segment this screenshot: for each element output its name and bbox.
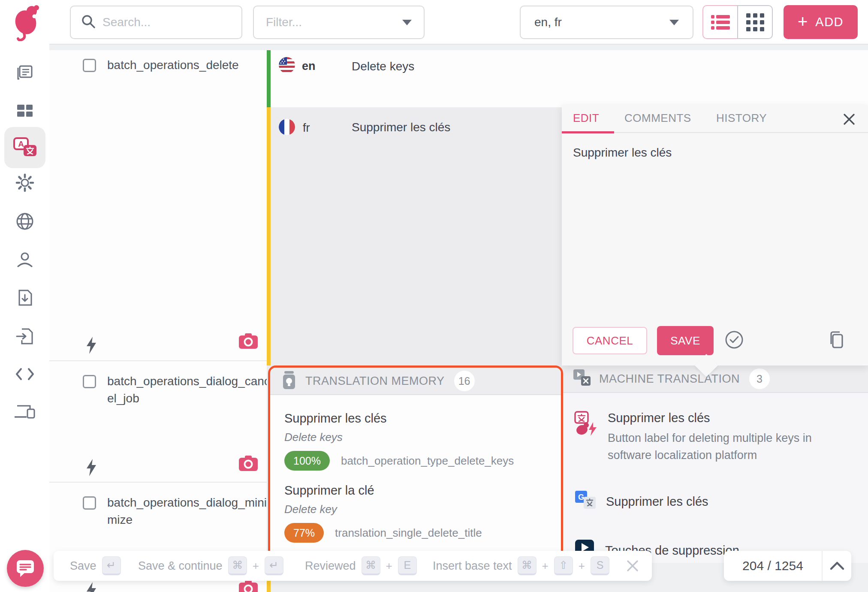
active-tab-underline	[562, 131, 614, 133]
chevron-up-icon[interactable]	[823, 551, 851, 581]
filter-dropdown[interactable]: Filter...	[253, 6, 425, 39]
key-name[interactable]: batch_operations_dialog_cancel_job	[107, 373, 270, 407]
sidebar-item-contributors[interactable]	[9, 245, 40, 275]
google-translate-icon: G	[574, 490, 597, 513]
languages-dropdown[interactable]: en, fr	[520, 6, 693, 39]
grid-view-button[interactable]	[737, 5, 773, 39]
translation-memory-icon	[280, 370, 298, 392]
chat-support-button[interactable]	[7, 550, 44, 587]
gear-icon	[15, 173, 35, 193]
documents-icon	[15, 63, 34, 82]
key-checkbox[interactable]	[83, 375, 96, 388]
enter-keycap: ↵	[102, 556, 121, 575]
mt-suggestion-description: Button label for deleting multiple keys …	[608, 429, 826, 464]
s-keycap: S	[591, 556, 609, 575]
camera-icon[interactable]	[239, 456, 258, 473]
key-checkbox[interactable]	[83, 496, 96, 510]
sidebar-item-developer[interactable]	[9, 359, 40, 390]
machine-translation-count: 3	[749, 368, 770, 389]
close-icon[interactable]	[624, 557, 642, 575]
camera-icon[interactable]	[239, 333, 258, 350]
cmd-keycap: ⌘	[362, 556, 380, 575]
language-code: en	[302, 60, 316, 73]
status-strip-green	[267, 50, 271, 107]
mt-entry-lokalise-ai[interactable]: Supprimer les clés Button label for dele…	[574, 411, 826, 464]
lokalise-logo[interactable]	[9, 2, 44, 41]
mt-suggestion-text: Supprimer les clés	[606, 495, 708, 509]
tab-history[interactable]: HISTORY	[716, 112, 767, 125]
editor-tabs: EDIT COMMENTS HISTORY	[562, 105, 868, 133]
e-keycap: E	[398, 556, 417, 575]
cancel-button[interactable]: CANCEL	[573, 327, 647, 354]
sidebar-item-dashboard[interactable]	[9, 95, 40, 126]
reviewed-action[interactable]: Reviewed ⌘ + E	[305, 556, 417, 575]
sidebar-item-settings[interactable]	[9, 167, 40, 198]
filter-placeholder: Filter...	[266, 15, 302, 29]
sidebar-item-languages[interactable]	[9, 206, 40, 237]
sidebar-item-apps[interactable]	[9, 396, 40, 427]
translation-memory-title: TRANSLATION MEMORY	[305, 375, 445, 388]
grid-view-icon	[746, 13, 764, 31]
sidebar: A	[0, 45, 49, 592]
list-view-icon	[711, 14, 730, 30]
machine-translation-title: MACHINE TRANSLATION	[599, 372, 740, 386]
chevron-down-icon	[402, 20, 412, 25]
translation-text-fr[interactable]: Supprimer les clés	[352, 121, 450, 134]
sidebar-item-download[interactable]	[9, 282, 40, 313]
lokalise-ai-icon	[574, 411, 598, 464]
mt-suggestion-text: Supprimer les clés	[608, 411, 826, 425]
mt-entry-google-translate[interactable]: G Supprimer les clés	[574, 490, 708, 513]
mark-reviewed-icon[interactable]	[724, 329, 744, 352]
translation-text-en[interactable]: Delete keys	[352, 60, 414, 73]
devices-icon	[14, 403, 36, 420]
sidebar-item-upload[interactable]	[9, 321, 40, 352]
tm-entry[interactable]: Supprimer les clés Delete keys 100% batc…	[284, 411, 514, 471]
app-root: Filter... en, fr + ADD	[0, 0, 868, 592]
translate-icon: A	[12, 136, 37, 159]
camera-icon[interactable]	[239, 580, 258, 592]
key-list: batch_operations_delete batch_operations…	[49, 50, 267, 592]
globe-icon	[15, 211, 35, 231]
search-input[interactable]	[102, 15, 231, 29]
save-action[interactable]: Save ↵	[70, 556, 121, 575]
translation-memory-panel: TRANSLATION MEMORY 16 Supprimer les clés…	[268, 365, 563, 563]
copy-icon[interactable]	[827, 329, 847, 352]
lightning-icon	[86, 337, 98, 356]
close-icon[interactable]	[841, 111, 858, 128]
key-name[interactable]: batch_operations_delete	[107, 57, 270, 74]
translation-row-en[interactable]: en Delete keys	[267, 50, 868, 107]
key-name[interactable]: batch_operations_dialog_minimize	[107, 494, 270, 529]
key-row[interactable]: batch_operations_delete	[49, 50, 267, 360]
key-pagination: 204 / 1254	[724, 551, 851, 581]
add-button[interactable]: + ADD	[784, 5, 858, 39]
lightning-icon	[86, 459, 98, 478]
tab-comments[interactable]: COMMENTS	[624, 112, 691, 125]
search-field[interactable]	[70, 6, 242, 39]
import-file-icon	[15, 326, 35, 346]
tm-key-reference: batch_operation_type_delete_keys	[341, 454, 514, 468]
chat-bubble-icon	[16, 559, 35, 577]
key-checkbox[interactable]	[83, 59, 96, 72]
tm-source-text: Delete keys	[284, 431, 514, 444]
list-view-button[interactable]	[702, 5, 738, 39]
sidebar-item-translations[interactable]: A	[4, 127, 45, 168]
translation-editor[interactable]: Supprimer les clés	[573, 146, 856, 160]
dashboard-icon	[15, 101, 34, 120]
tm-entry[interactable]: Supprimer la clé Delete key 77% translat…	[284, 483, 482, 543]
view-toggle	[702, 5, 773, 39]
tm-target-text: Supprimer les clés	[284, 411, 514, 426]
cmd-keycap: ⌘	[228, 556, 247, 575]
save-and-continue-action[interactable]: Save & continue ⌘ + ↵	[138, 556, 283, 575]
tm-target-text: Supprimer la clé	[284, 483, 482, 498]
save-button[interactable]: SAVE	[657, 326, 714, 355]
sidebar-item-documents[interactable]	[9, 57, 40, 88]
code-icon	[14, 366, 36, 382]
key-row[interactable]: batch_operations_dialog_cancel_job	[49, 361, 267, 482]
machine-translation-header: MACHINE TRANSLATION 3	[563, 365, 868, 393]
insert-base-text-action[interactable]: Insert base text ⌘ + ⇧ + S	[433, 556, 609, 575]
plus-icon: +	[798, 13, 808, 30]
download-file-icon	[15, 288, 35, 308]
tab-edit[interactable]: EDIT	[573, 112, 599, 125]
fr-flag-icon	[279, 119, 295, 135]
match-percentage-badge: 77%	[284, 523, 324, 543]
